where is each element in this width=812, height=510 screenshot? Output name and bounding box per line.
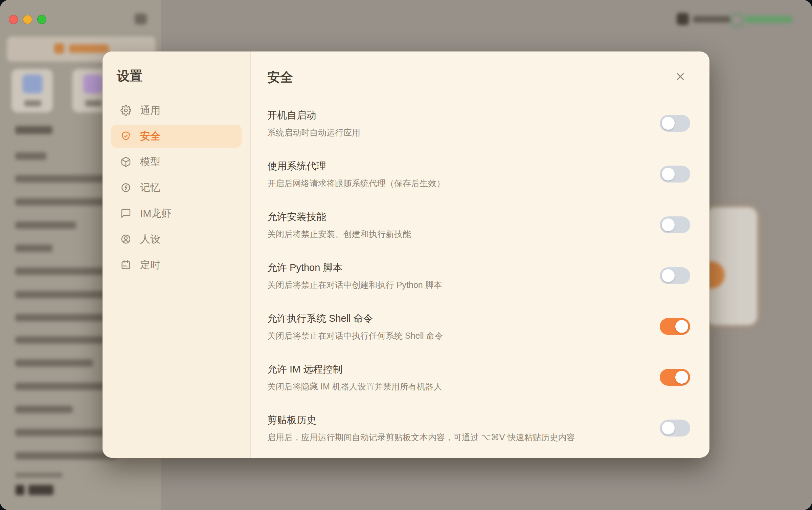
traffic-lights <box>9 15 46 24</box>
status-label-blurred <box>746 16 792 23</box>
settings-list: 开机自启动 系统启动时自动运行应用 使用系统代理 开启后网络请求将跟随系统代理（… <box>267 108 690 443</box>
toggle-knob <box>662 168 675 180</box>
list-item-blurred <box>15 152 46 160</box>
setting-row: 允许执行系统 Shell 命令 关闭后将禁止在对话中执行任何系统 Shell 命… <box>267 311 690 342</box>
settings-nav: 通用 安全 模型 记忆 IM龙虾 人设 定时 <box>111 99 242 276</box>
list-item-small-blurred <box>15 473 63 477</box>
setting-description: 系统启动时自动运行应用 <box>267 126 360 139</box>
page-title: 安全 <box>267 69 690 86</box>
new-chat-label-blurred <box>69 44 109 53</box>
sidebar-item-im[interactable]: IM龙虾 <box>111 202 242 225</box>
card-label-blurred <box>24 100 41 106</box>
setting-toggle[interactable] <box>660 369 690 386</box>
setting-title: 使用系统代理 <box>267 159 445 173</box>
setting-title: 开机自启动 <box>267 108 360 122</box>
minimize-window-button[interactable] <box>23 15 32 24</box>
setting-toggle[interactable] <box>660 267 690 284</box>
setting-row: 允许 Python 脚本 关闭后将禁止在对话中创建和执行 Python 脚本 <box>267 260 690 291</box>
setting-toggle[interactable] <box>660 216 690 233</box>
list-item-blurred <box>15 175 117 183</box>
list-item-blurred <box>15 406 73 413</box>
setting-description: 关闭后将禁止在对话中创建和执行 Python 脚本 <box>267 279 442 291</box>
list-header-blurred <box>15 126 52 134</box>
user-name-blurred <box>693 16 730 23</box>
user-avatar-blurred <box>677 13 689 25</box>
cube-icon <box>120 156 131 167</box>
toggle-knob <box>662 422 675 434</box>
setting-row: 剪贴板历史 启用后，应用运行期间自动记录剪贴板文本内容，可通过 ⌥⌘V 快速粘贴… <box>267 413 690 443</box>
panel-header: 安全 <box>267 69 690 86</box>
setting-toggle[interactable] <box>660 166 690 183</box>
setting-toggle[interactable] <box>660 115 690 132</box>
list-item-blurred <box>15 221 76 229</box>
setting-title: 剪贴板历史 <box>267 413 575 427</box>
desktop: 设置 通用 安全 模型 记忆 IM龙虾 人设 定时 安全 <box>0 0 812 510</box>
setting-title: 允许执行系统 Shell 命令 <box>267 312 443 325</box>
setting-row: 使用系统代理 开启后网络请求将跟随系统代理（保存后生效） <box>267 159 690 189</box>
close-icon <box>675 78 686 83</box>
zoom-window-button[interactable] <box>37 15 46 24</box>
settings-title: 设置 <box>117 68 242 84</box>
user-circle-icon <box>120 234 131 245</box>
close-window-button[interactable] <box>9 15 18 24</box>
sidebar-item-persona[interactable]: 人设 <box>111 228 242 251</box>
sidebar-item-general[interactable]: 通用 <box>111 99 242 122</box>
setting-row: 开机自启动 系统启动时自动运行应用 <box>267 108 690 139</box>
sidebar-item-schedule[interactable]: 定时 <box>111 253 242 276</box>
settings-sidebar: 设置 通用 安全 模型 记忆 IM龙虾 人设 定时 <box>103 51 251 458</box>
list-item-blurred <box>15 452 117 460</box>
list-item-blurred <box>15 383 107 390</box>
setting-row: 允许安装技能 关闭后将禁止安装、创建和执行新技能 <box>267 210 690 240</box>
settings-modal: 设置 通用 安全 模型 记忆 IM龙虾 人设 定时 安全 <box>103 51 709 458</box>
setting-description: 启用后，应用运行期间自动记录剪贴板文本内容，可通过 ⌥⌘V 快速粘贴历史内容 <box>267 431 575 443</box>
card-icon-purple-blurred <box>83 75 104 93</box>
bottom-label-blurred <box>28 485 53 495</box>
shield-check-icon <box>120 131 131 142</box>
new-chat-icon-blurred <box>54 43 64 54</box>
status-ring-blurred <box>730 14 744 27</box>
setting-title: 允许 Python 脚本 <box>267 261 442 274</box>
memory-icon <box>120 182 131 193</box>
toggle-knob <box>662 117 675 130</box>
sidebar-item-models[interactable]: 模型 <box>111 150 242 173</box>
toggle-knob <box>662 218 675 231</box>
setting-description: 开启后网络请求将跟随系统代理（保存后生效） <box>267 177 445 189</box>
chat-bubble-icon <box>120 208 131 219</box>
setting-title: 允许 IM 远程控制 <box>267 362 442 376</box>
setting-row: 允许 IM 远程控制 关闭后将隐藏 IM 机器人设置并禁用所有机器人 <box>267 362 690 392</box>
list-item-blurred <box>15 314 117 321</box>
setting-description: 关闭后将禁止安装、创建和执行新技能 <box>267 228 411 240</box>
setting-title: 允许安装技能 <box>267 210 411 224</box>
toggle-knob <box>662 269 675 282</box>
sidebar-item-memory[interactable]: 记忆 <box>111 176 242 199</box>
list-item-blurred <box>15 359 93 367</box>
list-item-blurred <box>15 245 52 252</box>
sidebar-item-security[interactable]: 安全 <box>111 125 242 148</box>
setting-toggle[interactable] <box>660 318 690 335</box>
setting-toggle[interactable] <box>660 420 690 437</box>
card-icon-blue-blurred <box>22 75 43 93</box>
card-label-blurred <box>85 100 102 106</box>
toggle-knob <box>675 320 688 333</box>
calendar-icon <box>120 259 131 270</box>
bottom-icon-blurred <box>16 485 24 495</box>
close-button[interactable] <box>673 69 688 84</box>
sidebar-toggle-icon-blurred <box>135 14 147 24</box>
setting-description: 关闭后将禁止在对话中执行任何系统 Shell 命令 <box>267 330 443 342</box>
toggle-knob <box>675 371 688 384</box>
gear-icon <box>120 105 131 116</box>
settings-panel: 安全 开机自启动 系统启动时自动运行应用 使用系统代理 开启后网络请求将跟随系统… <box>251 51 709 458</box>
setting-description: 关闭后将隐藏 IM 机器人设置并禁用所有机器人 <box>267 380 442 392</box>
